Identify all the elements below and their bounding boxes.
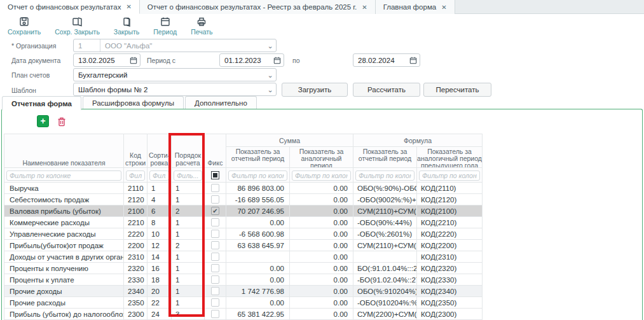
cell-code[interactable]: 2210 [124,217,147,228]
fix-checkbox[interactable] [211,230,219,238]
period-from-input[interactable]: 01.12.2023 [219,53,284,67]
cell-sum-prev[interactable]: 0.00 [290,183,353,194]
cell-sum-prev[interactable]: 0.00 [290,251,353,263]
cell-formula-report[interactable]: СУМ(2110)+СУМ(21... [353,205,417,217]
cell-order[interactable]: 1 [172,263,205,274]
cell-formula-prev[interactable]: КОД(2330) [417,274,483,286]
cell-code[interactable]: 2220 [124,228,147,240]
cell-name[interactable]: Выручка [4,183,124,194]
cell-sort[interactable]: 20 [147,286,172,297]
cell-order[interactable]: 1 [172,286,205,297]
cell-sort[interactable]: 22 [147,297,172,309]
table-row[interactable]: Коммерческие расходы2210810.000.00-ОБО(9… [4,217,483,228]
cell-code[interactable]: 2300 [124,309,147,320]
cell-name[interactable]: Прибыль (убыток) до налогообложения [4,309,124,320]
period-to-input[interactable]: 28.02.2024 [353,53,420,67]
cell-sum-report[interactable]: 0.00 [226,297,290,309]
save-close-button[interactable]: Сохр. Закрыть [55,17,100,37]
cell-sum-report[interactable]: 65 381 422.95 [226,309,290,320]
column-header-sum-prev[interactable]: Показатель за аналогичный период предыду… [290,147,353,168]
cell-formula-prev[interactable]: КОД(2320) [417,263,483,274]
organization-combo[interactable]: 1 ООО "Альфа" ⌄ [73,39,277,52]
chart-of-accounts-combo[interactable]: Бухгалтерский ⌄ [73,68,277,81]
cell-order[interactable]: 2 [172,240,205,251]
delete-row-button[interactable] [57,116,66,127]
cell-sum-report[interactable]: 1 742 776.98 [226,286,290,297]
table-row[interactable]: Прибыль (убыток) до налогообложения23002… [4,309,483,320]
cell-code[interactable]: 2340 [124,286,147,297]
calendar-icon[interactable] [127,57,140,64]
cell-order[interactable]: 3 [172,309,205,320]
filter-input-name[interactable] [6,170,121,181]
column-header-sort[interactable]: Сорти-ровка [147,134,172,168]
tab-close-icon[interactable]: ✕ [362,4,367,11]
fix-checkbox[interactable] [211,287,219,295]
add-row-button[interactable]: + [37,115,49,127]
table-row[interactable]: Себестоимость продаж212041-16 689 556.05… [4,194,483,205]
column-header-sum-report[interactable]: Показатель за отчетный период [226,147,290,168]
cell-formula-prev[interactable]: КОД(2120) [417,194,483,205]
cell-code[interactable]: 2110 [124,183,147,194]
cell-formula-prev[interactable]: КОД(2200) [417,240,483,251]
cell-sort[interactable]: 6 [147,205,172,217]
cell-formula-prev[interactable]: КОД(2340) [417,286,483,297]
cell-sum-prev[interactable]: 0.00 [290,297,353,309]
cell-order[interactable]: 1 [172,228,205,240]
cell-formula-prev[interactable]: КОД(2300) [417,309,483,320]
recalculate-button[interactable]: Пересчитать [423,83,491,97]
cell-sum-prev[interactable]: 0.00 [290,194,353,205]
cell-sum-prev[interactable]: 0.00 [290,240,353,251]
window-tab-main-form[interactable]: Главная форма ✕ [376,0,455,14]
template-combo[interactable]: Шаблон формы № 2 ⌄ [73,83,277,96]
cell-name[interactable]: Прочие доходы [4,286,124,297]
fix-checkbox[interactable] [211,241,219,249]
cell-code[interactable]: 2120 [124,194,147,205]
table-row[interactable]: Прочие расходы23502210.000.00-ОБО(910204… [4,297,483,309]
cell-code[interactable]: 2330 [124,274,147,286]
organization-code-field[interactable]: 1 [74,39,100,52]
filter-input-sum-report[interactable] [228,170,287,181]
cell-fix[interactable] [205,263,226,274]
table-row[interactable]: Валовая прибыль (убыток)210062✔70 207 24… [4,205,483,217]
cell-formula-report[interactable]: -ОБО(9002%:%)+ОБ... [353,194,417,205]
cell-name[interactable]: Прочие расходы [4,297,124,309]
close-button[interactable]: Закрыть [114,17,139,37]
fix-checkbox[interactable] [211,218,219,226]
cell-formula-prev[interactable]: КОД(2310) [417,251,483,263]
column-header-fix[interactable]: Фикс [205,134,226,168]
cell-code[interactable]: 2310 [124,251,147,263]
cell-formula-report[interactable]: СУМ(2110)+СУМ(21... [353,240,417,251]
cell-order[interactable]: 1 [172,217,205,228]
tab-report-form[interactable]: Отчетная форма [2,96,81,110]
column-header-formula-prev[interactable]: Показатель за аналогичный период предыду… [417,147,483,168]
cell-order[interactable]: 1 [172,251,205,263]
chevron-down-icon[interactable]: ⌄ [264,43,276,49]
table-row[interactable]: Управленческие расходы2220101-6 568 600.… [4,228,483,240]
tab-additional[interactable]: Дополнительно [185,96,257,109]
cell-code[interactable]: 2350 [124,297,147,309]
cell-fix[interactable]: ✔ [205,205,226,217]
calendar-icon[interactable] [407,57,420,64]
filter-input-sort[interactable] [149,170,169,181]
tab-formula-decode[interactable]: Расшифровка формулы [83,96,184,109]
cell-formula-report[interactable] [353,251,417,263]
cell-formula-report[interactable]: -ОБО(%:2601%) [353,228,417,240]
chevron-down-icon[interactable]: ⌄ [264,72,276,78]
cell-code[interactable]: 2200 [124,240,147,251]
column-header-name[interactable]: Наименование показателя [4,134,124,168]
cell-fix[interactable] [205,228,226,240]
cell-sum-report[interactable]: -6 568 600.98 [226,228,290,240]
cell-name[interactable]: Управленческие расходы [4,228,124,240]
cell-sort[interactable]: 24 [147,309,172,320]
cell-order[interactable]: 1 [172,194,205,205]
cell-formula-prev[interactable]: КОД(2350) [417,297,483,309]
cell-fix[interactable] [205,274,226,286]
doc-date-input[interactable]: 13.02.2025 [73,53,140,67]
cell-formula-report[interactable]: ОБО(%:90%)-ОБО(9... [353,183,417,194]
cell-name[interactable]: Себестоимость продаж [4,194,124,205]
cell-sum-prev[interactable]: 0.00 [290,263,353,274]
cell-sum-prev[interactable]: 0.00 [290,228,353,240]
filter-input-sum-prev[interactable] [292,170,351,181]
cell-formula-prev[interactable]: КОД(2100) [417,205,483,217]
cell-code[interactable]: 2100 [124,205,147,217]
